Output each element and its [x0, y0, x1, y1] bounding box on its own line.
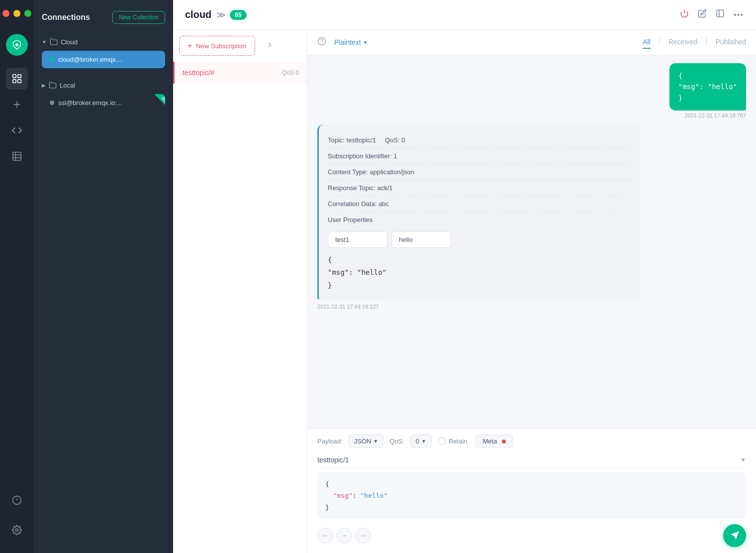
topic-row: ▼ [317, 452, 746, 468]
user-prop-key: test1 [328, 231, 387, 248]
more-options-icon[interactable]: ••• [734, 11, 744, 19]
meta-button[interactable]: Meta [475, 435, 514, 448]
local-group: ▶ Local ssl@broker.emqx.io:... SSL [34, 75, 173, 114]
publish-bar-top: Payload: JSON ▼ QoS: 0 ▼ Retain [317, 435, 746, 448]
page-title: cloud [185, 9, 211, 20]
content-type-row: Content Type: application/json [328, 164, 632, 180]
connections-title: Connections [42, 13, 90, 22]
received-message-time: 2021-12-31 17:44:19:127 [317, 304, 646, 310]
sidebar-item-code[interactable] [6, 119, 28, 141]
code-line2: "msg": "hello" [328, 266, 632, 279]
connections-header: Connections New Collection [34, 0, 173, 32]
user-properties-inputs: test1 hello [328, 231, 632, 248]
nav-minus-button[interactable]: − [336, 528, 352, 544]
nav-next-button[interactable]: → [355, 528, 371, 544]
subscription-qos: QoS 0 [282, 69, 299, 76]
help-icon[interactable] [317, 37, 326, 48]
subscription-id-row: Subscription Identifier: 1 [328, 148, 632, 164]
user-prop-value: hello [391, 231, 451, 248]
messages-list: { "msg": "hello" } 2021-12-31 17:44:18:7… [307, 55, 756, 428]
app-logo [6, 34, 28, 56]
qos-select[interactable]: 0 ▼ [410, 435, 432, 448]
code-line1: { [328, 254, 632, 266]
sidebar-item-add[interactable] [6, 94, 28, 115]
cloud-folder-icon [50, 38, 58, 46]
icon-sidebar [0, 0, 34, 553]
cloud-group-chevron: ▼ [42, 39, 47, 45]
meta-dot [502, 440, 506, 443]
user-properties-label: User Properties [328, 212, 632, 227]
payload-editor[interactable]: { "msg": "hello" } [317, 472, 746, 519]
retain-circle [438, 437, 446, 445]
qos-chevron: ▼ [421, 439, 426, 444]
ssl-connection-name: ssl@broker.emqx.io:... [58, 99, 122, 107]
subscription-item[interactable]: testtopic/# QoS 0 [173, 62, 307, 84]
payload-line2: "msg": "hello" [325, 490, 738, 501]
tab-all[interactable]: All [643, 36, 651, 49]
sidebar-item-info[interactable] [6, 489, 28, 511]
qos-label: QoS: [389, 438, 404, 445]
svg-rect-3 [18, 80, 21, 83]
power-icon[interactable] [680, 9, 689, 20]
format-chevron-icon: ▼ [363, 40, 368, 45]
content-area: + New Subscription testtopic/# QoS 0 [173, 30, 756, 553]
subscriptions-panel: + New Subscription testtopic/# QoS 0 [173, 30, 307, 553]
cloud-connection-name: cloud@broker.emqx.... [58, 56, 123, 63]
nav-prev-button[interactable]: ← [317, 528, 333, 544]
payload-format-select[interactable]: JSON ▼ [349, 435, 384, 448]
local-group-chevron: ▶ [42, 83, 46, 88]
sent-line3: } [678, 93, 737, 104]
new-subscription-button[interactable]: + New Subscription [179, 36, 255, 56]
local-group-label: Local [60, 82, 75, 89]
format-select-chevron: ▼ [373, 439, 378, 444]
publish-bar: Payload: JSON ▼ QoS: 0 ▼ Retain [307, 428, 756, 553]
message-filter-bar: Plaintext ▼ All | Received | Published [307, 30, 756, 55]
topic-row: Topic: testtopic/1 QoS: 0 [328, 132, 632, 148]
publish-actions: ← − → [317, 524, 746, 547]
sent-message-time: 2021-12-31 17:44:18:787 [669, 112, 746, 118]
cloud-group-header[interactable]: ▼ Cloud [38, 34, 169, 50]
new-collection-button[interactable]: New Collection [112, 11, 165, 24]
top-bar-actions: ••• [680, 9, 744, 20]
sent-message: { "msg": "hello" } 2021-12-31 17:44:18:7… [669, 63, 746, 118]
main-area: cloud ≫ 65 ••• [173, 0, 756, 553]
plus-icon: + [188, 41, 192, 50]
sidebar-item-table[interactable] [6, 145, 28, 167]
retain-checkbox[interactable]: Retain [438, 437, 468, 445]
svg-marker-20 [731, 532, 739, 540]
connections-panel: Connections New Collection ▼ Cloud cloud… [34, 0, 173, 553]
payload-line3: } [325, 502, 738, 513]
cloud-group-label: Cloud [61, 38, 78, 46]
received-code: { "msg": "hello" } [328, 254, 632, 292]
tab-published[interactable]: Published [716, 36, 747, 49]
sidebar-item-settings[interactable] [6, 519, 28, 541]
send-button[interactable] [723, 524, 746, 547]
format-selector[interactable]: Plaintext ▼ [334, 38, 368, 46]
local-group-header[interactable]: ▶ Local [38, 77, 169, 93]
filter-tabs: All | Received | Published [643, 36, 746, 49]
topic-input[interactable] [317, 456, 740, 464]
sent-line2: "msg": "hello" [678, 81, 737, 92]
sidebar-item-connections[interactable] [6, 68, 28, 90]
tab-received[interactable]: Received [668, 36, 697, 49]
minimize-button[interactable] [13, 10, 20, 17]
collapse-icon[interactable]: ≫ [216, 9, 226, 20]
sent-line1: { [678, 70, 737, 81]
close-button[interactable] [2, 10, 9, 17]
filter-icon[interactable] [261, 34, 278, 57]
code-line3: } [328, 279, 632, 292]
top-bar: cloud ≫ 65 ••• [173, 0, 756, 30]
new-window-icon[interactable] [716, 9, 725, 20]
payload-line1: { [325, 478, 738, 490]
message-count-badge: 65 [230, 10, 246, 20]
local-folder-icon [49, 81, 57, 89]
edit-icon[interactable] [698, 9, 707, 20]
ssl-connection-status-dot [50, 101, 54, 105]
new-sub-row: + New Subscription [173, 30, 307, 62]
cloud-connection-item[interactable]: cloud@broker.emqx.... [42, 51, 165, 68]
svg-rect-2 [13, 80, 16, 83]
topic-chevron-icon[interactable]: ▼ [740, 456, 746, 463]
svg-rect-15 [717, 10, 724, 17]
ssl-connection-item[interactable]: ssl@broker.emqx.io:... SSL [42, 94, 165, 111]
maximize-button[interactable] [24, 10, 31, 17]
